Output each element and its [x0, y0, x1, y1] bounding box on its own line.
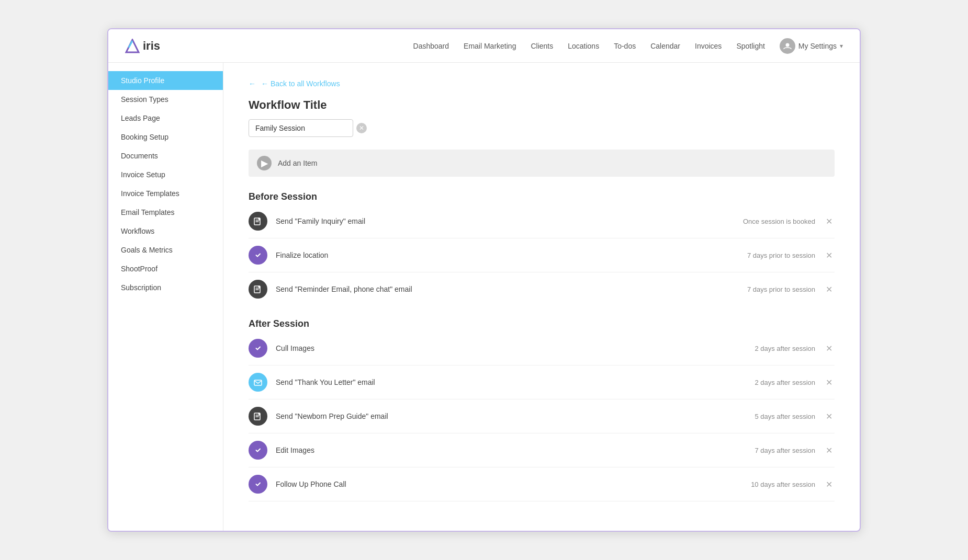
- item-icon-check: [249, 475, 267, 494]
- settings-label: My Settings: [798, 42, 837, 50]
- item-label: Send "Thank You Letter" email: [276, 378, 755, 386]
- nav-clients[interactable]: Clients: [531, 42, 553, 50]
- item-icon-edit: [249, 280, 267, 299]
- item-timing: 2 days after session: [755, 345, 815, 352]
- item-timing: Once session is booked: [743, 218, 815, 225]
- main-content: ← ← Back to all Workflows Workflow Title…: [223, 63, 860, 531]
- after-session-items: Cull Images 2 days after session ✕ Send …: [249, 332, 835, 501]
- nav-invoices[interactable]: Invoices: [695, 42, 722, 50]
- item-timing: 7 days after session: [755, 447, 815, 454]
- back-arrow-icon: ←: [249, 79, 256, 88]
- item-timing: 10 days after session: [751, 481, 815, 488]
- add-item-icon: ▶: [257, 156, 272, 170]
- item-icon-email: [249, 373, 267, 392]
- workflow-title-input[interactable]: [249, 119, 353, 137]
- item-label: Send "Family Inquiry" email: [276, 217, 743, 225]
- item-delete-button[interactable]: ✕: [824, 282, 835, 296]
- item-icon-check: [249, 339, 267, 358]
- svg-point-9: [254, 447, 262, 454]
- logo-text: iris: [143, 39, 160, 53]
- svg-rect-7: [254, 380, 262, 385]
- add-item-row[interactable]: ▶ Add an Item: [249, 150, 835, 177]
- after-session-section: After Session Cull Images 2 days after s…: [249, 318, 835, 501]
- item-label: Cull Images: [276, 344, 755, 352]
- svg-point-4: [254, 252, 262, 259]
- nav-email-marketing[interactable]: Email Marketing: [464, 42, 516, 50]
- nav-dashboard[interactable]: Dashboard: [413, 42, 449, 50]
- item-label: Follow Up Phone Call: [276, 480, 751, 488]
- item-timing: 5 days after session: [755, 413, 815, 420]
- item-timing: 2 days after session: [755, 379, 815, 386]
- sidebar-item-invoice-setup[interactable]: Invoice Setup: [108, 165, 223, 184]
- item-delete-button[interactable]: ✕: [824, 477, 835, 492]
- item-delete-button[interactable]: ✕: [824, 248, 835, 262]
- sidebar-item-leads-page[interactable]: Leads Page: [108, 109, 223, 128]
- sidebar-item-studio-profile[interactable]: Studio Profile: [108, 71, 223, 90]
- sidebar-item-invoice-templates[interactable]: Invoice Templates: [108, 184, 223, 203]
- item-delete-button[interactable]: ✕: [824, 443, 835, 458]
- sidebar-item-booking-setup[interactable]: Booking Setup: [108, 128, 223, 146]
- item-label: Edit Images: [276, 446, 755, 454]
- before-session-items: Send "Family Inquiry" email Once session…: [249, 204, 835, 306]
- after-session-header: After Session: [249, 318, 835, 329]
- table-row: Follow Up Phone Call 10 days after sessi…: [249, 467, 835, 501]
- item-timing: 7 days prior to session: [747, 285, 815, 293]
- item-delete-button[interactable]: ✕: [824, 375, 835, 390]
- item-icon-check: [249, 441, 267, 460]
- logo-icon: [125, 39, 140, 53]
- sidebar-item-goals-metrics[interactable]: Goals & Metrics: [108, 241, 223, 259]
- svg-point-2: [785, 43, 789, 47]
- table-row: Send "Thank You Letter" email 2 days aft…: [249, 365, 835, 399]
- sidebar-item-shootproof[interactable]: ShootProof: [108, 259, 223, 278]
- item-icon-edit: [249, 212, 267, 231]
- workflow-input-clear-button[interactable]: ✕: [356, 123, 367, 133]
- settings-caret-icon: ▾: [840, 42, 843, 50]
- nav-settings[interactable]: My Settings ▾: [780, 38, 843, 54]
- item-delete-button[interactable]: ✕: [824, 341, 835, 356]
- table-row: Finalize location 7 days prior to sessio…: [249, 238, 835, 272]
- item-icon-edit: [249, 407, 267, 426]
- back-link-label: ← Back to all Workflows: [261, 79, 340, 88]
- sidebar-item-documents[interactable]: Documents: [108, 146, 223, 165]
- before-session-header: Before Session: [249, 191, 835, 202]
- nav-links: Dashboard Email Marketing Clients Locati…: [413, 38, 843, 54]
- sidebar-item-workflows[interactable]: Workflows: [108, 222, 223, 241]
- sidebar: Studio Profile Session Types Leads Page …: [108, 63, 223, 531]
- add-item-label: Add an Item: [278, 159, 318, 167]
- item-delete-button[interactable]: ✕: [824, 409, 835, 424]
- nav-locations[interactable]: Locations: [568, 42, 599, 50]
- before-session-section: Before Session Send "Family Inquiry" ema…: [249, 191, 835, 306]
- nav-todos[interactable]: To-dos: [614, 42, 636, 50]
- item-label: Send "Newborn Prep Guide" email: [276, 412, 755, 420]
- workflow-title-heading: Workflow Title: [249, 98, 835, 112]
- table-row: Edit Images 7 days after session ✕: [249, 433, 835, 467]
- table-row: Send "Reminder Email, phone chat" email …: [249, 272, 835, 306]
- sidebar-item-subscription[interactable]: Subscription: [108, 278, 223, 297]
- workflow-input-row: ✕: [249, 119, 835, 137]
- item-label: Send "Reminder Email, phone chat" email: [276, 285, 747, 293]
- avatar: [780, 38, 795, 54]
- table-row: Send "Newborn Prep Guide" email 5 days a…: [249, 399, 835, 433]
- sidebar-item-email-templates[interactable]: Email Templates: [108, 203, 223, 222]
- svg-point-10: [254, 481, 262, 488]
- item-label: Finalize location: [276, 251, 747, 259]
- logo: iris: [125, 39, 160, 53]
- top-nav: iris Dashboard Email Marketing Clients L…: [108, 29, 860, 63]
- svg-point-6: [254, 345, 262, 352]
- table-row: Cull Images 2 days after session ✕: [249, 332, 835, 365]
- sidebar-item-session-types[interactable]: Session Types: [108, 90, 223, 109]
- item-delete-button[interactable]: ✕: [824, 214, 835, 228]
- main-layout: Studio Profile Session Types Leads Page …: [108, 63, 860, 531]
- item-icon-check: [249, 246, 267, 265]
- nav-spotlight[interactable]: Spotlight: [736, 42, 764, 50]
- table-row: Send "Family Inquiry" email Once session…: [249, 204, 835, 238]
- item-timing: 7 days prior to session: [747, 252, 815, 259]
- nav-calendar[interactable]: Calendar: [650, 42, 680, 50]
- back-link[interactable]: ← ← Back to all Workflows: [249, 79, 835, 88]
